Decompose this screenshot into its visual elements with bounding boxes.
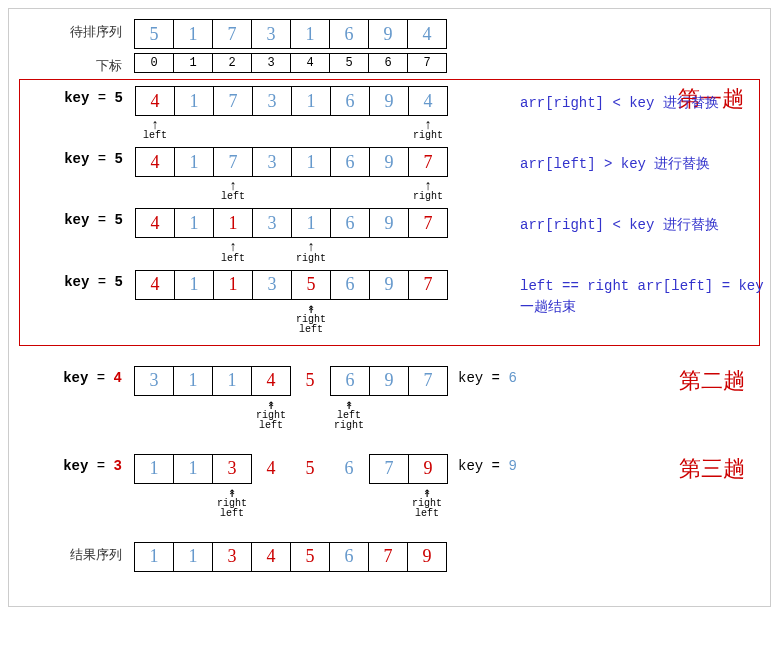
- cell: 1: [174, 270, 214, 300]
- cell: 1: [291, 208, 331, 238]
- pointer-slot: [252, 120, 292, 141]
- cell: 1: [173, 366, 213, 396]
- cell: 3: [252, 270, 292, 300]
- pointer-slot: ↟rightleft: [251, 400, 291, 431]
- pointer-slot: [369, 120, 409, 141]
- pointer-slot: [329, 488, 369, 519]
- cell: 1: [213, 208, 253, 238]
- pass2-key-left: key = 4: [19, 366, 134, 386]
- cell: 5: [291, 270, 331, 300]
- cell: 9: [369, 147, 409, 177]
- pass1-note: arr[right] < key 进行替换: [520, 216, 719, 234]
- pointer-slot: ↟rightleft: [407, 488, 447, 519]
- pass3-midA: 4: [251, 454, 291, 484]
- cell: 7: [408, 270, 448, 300]
- index-cell: 6: [368, 53, 408, 73]
- cell: 1: [173, 542, 213, 572]
- pointer-slot: [290, 488, 330, 519]
- cell: 1: [291, 86, 331, 116]
- index-cell: 7: [407, 53, 447, 73]
- pass3-midB: 5: [290, 454, 330, 484]
- pass3-key-right: key = 9: [448, 454, 517, 474]
- cell: 6: [330, 270, 370, 300]
- index-cell: 4: [290, 53, 330, 73]
- pointer-slot: [174, 242, 214, 263]
- pass1-key-label: key = 5: [20, 86, 135, 106]
- pointer-slot: ↑left: [213, 181, 253, 202]
- pass1-note: left == right arr[left] = key: [520, 278, 764, 294]
- pointer-slot: [290, 400, 330, 431]
- pass1-step-array: 41131697: [135, 208, 448, 238]
- cell: 7: [213, 147, 253, 177]
- pointer-slot: [135, 304, 175, 335]
- pointer-slot: [174, 181, 214, 202]
- pass1-pointers: ↟rightleft: [135, 304, 759, 335]
- index-cell: 1: [173, 53, 213, 73]
- pointer-slot: [213, 304, 253, 335]
- cell: 5: [290, 542, 330, 572]
- cell: 1: [173, 19, 213, 49]
- cell: 1: [213, 270, 253, 300]
- index-cell: 5: [329, 53, 369, 73]
- cell: 9: [369, 86, 409, 116]
- pointer-slot: [212, 400, 252, 431]
- cell: 7: [408, 366, 448, 396]
- pass1-step-array: 41135697: [135, 270, 448, 300]
- pointer-slot: [291, 181, 331, 202]
- cell: 7: [368, 542, 408, 572]
- cell: 9: [407, 542, 447, 572]
- pointer-slot: [330, 181, 370, 202]
- cell: 3: [212, 542, 252, 572]
- initial-label: 待排序列: [19, 19, 134, 41]
- pointer-slot: [330, 304, 370, 335]
- pointer-slot: [174, 304, 214, 335]
- pointer-slot: [407, 400, 447, 431]
- pass2-right-array: 697: [330, 366, 448, 396]
- pointer-slot: ↑right: [408, 181, 448, 202]
- pointer-slot: [251, 488, 291, 519]
- pass1-step-array: 41731694: [135, 86, 448, 116]
- pointer-slot: [134, 400, 174, 431]
- cell: 9: [369, 208, 409, 238]
- cell: 4: [251, 366, 291, 396]
- pass1-pointers: ↑left↑right: [135, 242, 759, 263]
- cell: 1: [134, 454, 174, 484]
- cell: 1: [134, 542, 174, 572]
- pointer-slot: [135, 242, 175, 263]
- cell: 1: [174, 208, 214, 238]
- cell: 3: [212, 454, 252, 484]
- pointer-slot: ↑left: [135, 120, 175, 141]
- cell: 6: [330, 147, 370, 177]
- pointer-slot: [330, 242, 370, 263]
- pass3-midC: 6: [329, 454, 369, 484]
- cell: 4: [135, 208, 175, 238]
- cell: 4: [407, 19, 447, 49]
- pointer-slot: [330, 120, 370, 141]
- pass-2-group: 第二趟 key = 4 3114 5 697 key = 6 ↟rightlef…: [19, 366, 760, 436]
- pass1-step-array: 41731697: [135, 147, 448, 177]
- cell: 1: [291, 147, 331, 177]
- result-array: 11345679: [134, 542, 447, 572]
- pass3-key-left: key = 3: [19, 454, 134, 474]
- cell: 4: [408, 86, 448, 116]
- pointer-slot: ↟rightleft: [291, 304, 331, 335]
- pointer-slot: [252, 181, 292, 202]
- cell: 1: [212, 366, 252, 396]
- index-label: 下标: [19, 53, 134, 75]
- pass-1-box: 第一趟 key = 541731694↑left↑rightarr[right]…: [19, 79, 760, 346]
- pointer-slot: [252, 242, 292, 263]
- pass1-note: arr[right] < key 进行替换: [520, 94, 719, 112]
- cell: 4: [135, 147, 175, 177]
- cell: 6: [329, 542, 369, 572]
- cell: 1: [174, 86, 214, 116]
- initial-array: 51731694: [134, 19, 447, 49]
- pointer-slot: ↟rightleft: [212, 488, 252, 519]
- index-cell: 0: [134, 53, 174, 73]
- cell: 9: [368, 19, 408, 49]
- pass1-pointers: ↑left↑right: [135, 120, 759, 141]
- cell: 3: [134, 366, 174, 396]
- pass1-note: arr[left] > key 进行替换: [520, 155, 710, 173]
- cell: 3: [252, 208, 292, 238]
- pass-3-group: 第三趟 key = 3 113 4 5 6 79 key = 9 ↟rightl…: [19, 454, 760, 524]
- pointer-slot: [213, 120, 253, 141]
